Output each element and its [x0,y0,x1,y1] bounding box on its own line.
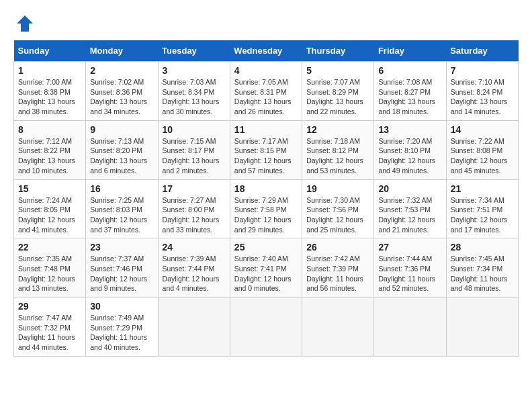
calendar-cell: 17Sunrise: 7:27 AMSunset: 8:00 PMDayligh… [158,179,230,238]
logo-icon [15,13,35,34]
calendar-cell: 2Sunrise: 7:02 AMSunset: 8:36 PMDaylight… [86,62,158,121]
svg-marker-0 [17,15,33,32]
calendar-cell [302,298,374,357]
day-number: 3 [163,65,226,76]
logo [13,13,35,34]
calendar-cell: 11Sunrise: 7:17 AMSunset: 8:15 PMDayligh… [230,120,302,179]
day-info: Sunrise: 7:47 AMSunset: 7:32 PMDaylight:… [18,313,81,353]
calendar-cell: 8Sunrise: 7:12 AMSunset: 8:22 PMDaylight… [14,120,86,179]
day-info: Sunrise: 7:40 AMSunset: 7:41 PMDaylight:… [234,254,298,293]
day-info: Sunrise: 7:39 AMSunset: 7:44 PMDaylight:… [163,254,226,293]
calendar-cell: 30Sunrise: 7:49 AMSunset: 7:29 PMDayligh… [86,298,158,357]
calendar-cell: 10Sunrise: 7:15 AMSunset: 8:17 PMDayligh… [158,120,230,179]
day-number: 10 [163,124,226,135]
calendar-cell [374,298,446,357]
header-row: SundayMondayTuesdayWednesdayThursdayFrid… [14,40,519,62]
day-number: 23 [90,242,153,253]
day-info: Sunrise: 7:25 AMSunset: 8:03 PMDaylight:… [90,195,153,235]
day-number: 12 [306,124,369,135]
day-info: Sunrise: 7:44 AMSunset: 7:36 PMDaylight:… [378,254,441,293]
calendar-cell: 9Sunrise: 7:13 AMSunset: 8:20 PMDaylight… [86,120,158,179]
day-number: 18 [234,183,298,194]
calendar-cell: 27Sunrise: 7:44 AMSunset: 7:36 PMDayligh… [374,238,446,298]
day-info: Sunrise: 7:29 AMSunset: 7:58 PMDaylight:… [234,195,298,235]
day-number: 30 [90,301,153,312]
day-header-sunday: Sunday [14,40,86,62]
day-number: 24 [163,242,226,253]
day-number: 28 [451,242,514,253]
day-info: Sunrise: 7:17 AMSunset: 8:15 PMDaylight:… [234,136,298,176]
day-number: 2 [90,65,153,76]
calendar-cell [446,298,518,357]
day-info: Sunrise: 7:34 AMSunset: 7:51 PMDaylight:… [451,195,514,235]
week-row-3: 15Sunrise: 7:24 AMSunset: 8:05 PMDayligh… [14,179,519,238]
day-info: Sunrise: 7:32 AMSunset: 7:53 PMDaylight:… [378,195,441,235]
day-header-tuesday: Tuesday [158,40,230,62]
day-header-monday: Monday [86,40,158,62]
calendar-cell: 15Sunrise: 7:24 AMSunset: 8:05 PMDayligh… [14,179,86,238]
day-number: 5 [306,65,369,76]
day-info: Sunrise: 7:37 AMSunset: 7:46 PMDaylight:… [90,254,153,293]
day-number: 21 [451,183,514,194]
day-number: 27 [378,242,441,253]
calendar-cell [230,298,302,357]
calendar-cell: 1Sunrise: 7:00 AMSunset: 8:38 PMDaylight… [14,62,86,121]
day-info: Sunrise: 7:24 AMSunset: 8:05 PMDaylight:… [18,195,81,235]
day-info: Sunrise: 7:22 AMSunset: 8:08 PMDaylight:… [451,136,514,176]
calendar-cell: 21Sunrise: 7:34 AMSunset: 7:51 PMDayligh… [446,179,518,238]
calendar-cell: 24Sunrise: 7:39 AMSunset: 7:44 PMDayligh… [158,238,230,298]
calendar-cell: 6Sunrise: 7:08 AMSunset: 8:27 PMDaylight… [374,62,446,121]
calendar-cell: 28Sunrise: 7:45 AMSunset: 7:34 PMDayligh… [446,238,518,298]
calendar-cell: 22Sunrise: 7:35 AMSunset: 7:48 PMDayligh… [14,238,86,298]
calendar-cell: 3Sunrise: 7:03 AMSunset: 8:34 PMDaylight… [158,62,230,121]
day-number: 13 [378,124,441,135]
day-number: 25 [234,242,298,253]
calendar-cell: 20Sunrise: 7:32 AMSunset: 7:53 PMDayligh… [374,179,446,238]
calendar-cell: 23Sunrise: 7:37 AMSunset: 7:46 PMDayligh… [86,238,158,298]
day-info: Sunrise: 7:15 AMSunset: 8:17 PMDaylight:… [163,136,226,176]
day-info: Sunrise: 7:27 AMSunset: 8:00 PMDaylight:… [163,195,226,235]
calendar-cell [158,298,230,357]
day-info: Sunrise: 7:00 AMSunset: 8:38 PMDaylight:… [18,77,81,117]
day-number: 14 [451,124,514,135]
day-info: Sunrise: 7:12 AMSunset: 8:22 PMDaylight:… [18,136,81,176]
day-info: Sunrise: 7:49 AMSunset: 7:29 PMDaylight:… [90,313,153,353]
calendar-cell: 12Sunrise: 7:18 AMSunset: 8:12 PMDayligh… [302,120,374,179]
calendar-cell: 25Sunrise: 7:40 AMSunset: 7:41 PMDayligh… [230,238,302,298]
day-number: 15 [18,183,81,194]
day-number: 20 [378,183,441,194]
day-number: 17 [163,183,226,194]
day-info: Sunrise: 7:18 AMSunset: 8:12 PMDaylight:… [306,136,369,176]
day-info: Sunrise: 7:13 AMSunset: 8:20 PMDaylight:… [90,136,153,176]
week-row-4: 22Sunrise: 7:35 AMSunset: 7:48 PMDayligh… [14,238,519,298]
day-header-saturday: Saturday [446,40,518,62]
page-header [13,13,519,34]
day-header-thursday: Thursday [302,40,374,62]
week-row-5: 29Sunrise: 7:47 AMSunset: 7:32 PMDayligh… [14,298,519,357]
day-info: Sunrise: 7:35 AMSunset: 7:48 PMDaylight:… [18,254,81,293]
day-info: Sunrise: 7:10 AMSunset: 8:24 PMDaylight:… [451,77,514,117]
calendar-cell: 29Sunrise: 7:47 AMSunset: 7:32 PMDayligh… [14,298,86,357]
calendar-cell: 7Sunrise: 7:10 AMSunset: 8:24 PMDaylight… [446,62,518,121]
day-info: Sunrise: 7:08 AMSunset: 8:27 PMDaylight:… [378,77,441,117]
calendar-cell: 14Sunrise: 7:22 AMSunset: 8:08 PMDayligh… [446,120,518,179]
week-row-1: 1Sunrise: 7:00 AMSunset: 8:38 PMDaylight… [14,62,519,121]
day-number: 9 [90,124,153,135]
calendar-cell: 13Sunrise: 7:20 AMSunset: 8:10 PMDayligh… [374,120,446,179]
day-number: 1 [18,65,81,76]
calendar-table: SundayMondayTuesdayWednesdayThursdayFrid… [13,40,519,357]
calendar-cell: 19Sunrise: 7:30 AMSunset: 7:56 PMDayligh… [302,179,374,238]
day-number: 11 [234,124,298,135]
day-number: 19 [306,183,369,194]
calendar-cell: 16Sunrise: 7:25 AMSunset: 8:03 PMDayligh… [86,179,158,238]
day-number: 16 [90,183,153,194]
day-info: Sunrise: 7:30 AMSunset: 7:56 PMDaylight:… [306,195,369,235]
day-info: Sunrise: 7:45 AMSunset: 7:34 PMDaylight:… [451,254,514,293]
day-header-wednesday: Wednesday [230,40,302,62]
day-number: 6 [378,65,441,76]
day-info: Sunrise: 7:20 AMSunset: 8:10 PMDaylight:… [378,136,441,176]
day-info: Sunrise: 7:03 AMSunset: 8:34 PMDaylight:… [163,77,226,117]
day-info: Sunrise: 7:42 AMSunset: 7:39 PMDaylight:… [306,254,369,293]
day-info: Sunrise: 7:02 AMSunset: 8:36 PMDaylight:… [90,77,153,117]
day-info: Sunrise: 7:05 AMSunset: 8:31 PMDaylight:… [234,77,298,117]
